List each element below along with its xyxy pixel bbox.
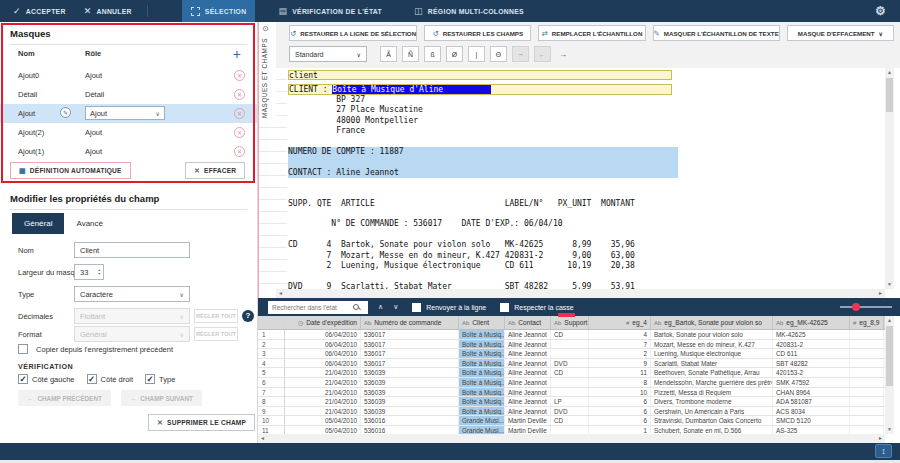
type-select[interactable]: Caractère ∨ xyxy=(74,286,190,302)
cancel-button[interactable]: ✕ ANNULER xyxy=(75,0,141,22)
state-verification-button[interactable]: ▤ VÉRIFICATION DE L'ÉTAT xyxy=(269,0,391,22)
delete-mask-icon[interactable]: ✕ xyxy=(234,89,245,100)
table-row[interactable]: 921/04/2010536039Boîte à Musiq...Aline J… xyxy=(258,407,885,417)
edit-pencil-icon[interactable]: ✎ xyxy=(60,107,71,118)
wrap-line-checkbox[interactable] xyxy=(412,303,421,312)
column-header[interactable]: AbNuméro de commande xyxy=(361,316,459,329)
column-header[interactable]: #eg_4 xyxy=(589,316,651,329)
right-side-checkbox[interactable]: ✓ xyxy=(87,374,97,384)
auto-define-button[interactable]: ▦ DÉFINITION AUTOMATIQUE xyxy=(10,162,131,179)
table-row[interactable]: 621/04/2010536039Boîte à Musiq...Aline J… xyxy=(258,378,885,388)
scroll-up-icon[interactable]: ▲ xyxy=(885,316,894,325)
mask-char-button[interactable]: ß xyxy=(424,46,441,62)
settings-gear-icon[interactable]: ⚙ xyxy=(875,4,886,18)
search-previous-icon[interactable]: ∧ xyxy=(378,303,383,311)
document-vertical-scrollbar[interactable]: ▲ ▼ xyxy=(885,68,894,289)
restore-fields-button[interactable]: ↺RESTAURER LES CHAMPS xyxy=(424,25,531,41)
zoom-slider-handle[interactable] xyxy=(852,303,860,311)
mask-char-button[interactable]: Ã xyxy=(380,46,397,62)
tab-avance[interactable]: Avancé xyxy=(64,213,115,234)
mask-role: Ajout xyxy=(85,71,102,80)
mask-row[interactable]: Ajout(1)Ajout✕ xyxy=(0,142,257,161)
type-checkbox[interactable]: ✓ xyxy=(145,374,155,384)
erase-mask-dropdown[interactable]: MASQUE D'EFFACEMENT∨ xyxy=(787,25,894,41)
delete-mask-icon[interactable]: ✕ xyxy=(234,108,245,119)
table-row[interactable]: 1005/04/2010536016Grande Musi...Martin D… xyxy=(258,416,885,426)
selected-field-text[interactable]: Boîte à Musique d'Aline xyxy=(332,85,491,94)
delete-mask-icon[interactable]: ✕ xyxy=(234,146,245,157)
zoom-slider[interactable] xyxy=(840,306,892,308)
multi-column-region-button[interactable]: ◫ RÉGION MULTI-COLONNES xyxy=(405,0,533,22)
column-header[interactable]: AbContact xyxy=(505,316,551,329)
wrap-line-label: Renvoyer à la ligne xyxy=(426,304,486,311)
side-tab-label[interactable]: MASQUES ET CHAMPS xyxy=(261,38,268,118)
help-icon[interactable]: ? xyxy=(242,310,254,322)
scroll-up-icon[interactable]: ▲ xyxy=(885,68,894,77)
mask-width-stepper[interactable]: 33 ▲▼ xyxy=(74,264,104,280)
table-row[interactable]: 106/04/2010536017Boîte à Musiq...Aline J… xyxy=(258,330,885,340)
spinner-arrows-icon[interactable]: ▲▼ xyxy=(98,268,103,276)
mask-row[interactable]: Ajout(2)Ajout✕ xyxy=(0,123,257,142)
scroll-left-icon[interactable]: ◄ xyxy=(258,434,267,443)
mask-char-button[interactable]: Ø xyxy=(446,46,463,62)
mask-role-select[interactable]: Ajout∨ xyxy=(85,106,165,120)
restore-selection-line-button[interactable]: ↺RESTAURER LA LIGNE DE SÉLECTION xyxy=(289,25,417,41)
table-row[interactable]: 206/04/2010536017Boîte à Musiq...Aline J… xyxy=(258,340,885,350)
scrollbar-thumb[interactable] xyxy=(886,78,893,112)
report-document-view[interactable]: clientCLIENT : Boîte à Musique d'Aline B… xyxy=(288,68,885,290)
scroll-left-icon[interactable]: ◄ xyxy=(276,289,285,298)
table-cell: Grande Musi... xyxy=(459,416,505,425)
column-header[interactable]: #eg_8,9 xyxy=(850,316,884,329)
clear-button[interactable]: ✕ EFFACER xyxy=(185,162,245,179)
replace-sample-button[interactable]: ⇄REMPLACER L'ÉCHANTILLON xyxy=(538,25,645,41)
document-horizontal-scrollbar[interactable]: ◄ ► xyxy=(276,289,885,298)
mask-char-button[interactable]: Θ xyxy=(490,46,507,62)
field-properties-title: Modifier les propriétés du champ xyxy=(10,193,159,204)
mask-arrow-right-button[interactable]: → xyxy=(556,46,570,62)
restore-icon: ↺ xyxy=(290,29,296,38)
table-row[interactable]: 406/04/2010536017Boîte à Musiq...Aline J… xyxy=(258,359,885,369)
column-header[interactable]: Abeg_Bartok, Sonate pour violon so xyxy=(651,316,773,329)
search-input[interactable] xyxy=(268,302,352,313)
scrollbar-thumb[interactable] xyxy=(886,326,893,386)
nom-field[interactable] xyxy=(74,242,190,258)
column-header[interactable]: Abeg_MK-42625 xyxy=(773,316,850,329)
add-mask-button[interactable]: + xyxy=(233,46,241,62)
table-vertical-scrollbar[interactable]: ▲ ▼ xyxy=(885,316,894,434)
hide-text-sample-button[interactable]: ✎MASQUER L'ÉCHANTILLON DE TEXTE xyxy=(653,25,780,41)
table-horizontal-scrollbar[interactable]: ◄ ► xyxy=(258,434,885,443)
mask-style-select[interactable]: Standard ∨ xyxy=(289,46,367,62)
check-icon: ✓ xyxy=(13,6,21,16)
mask-char-button[interactable]: | xyxy=(468,46,485,62)
mask-row[interactable]: Ajout0Ajout✕ xyxy=(0,66,257,85)
mask-name: Détail xyxy=(18,90,37,99)
scroll-right-icon[interactable]: ► xyxy=(876,434,885,443)
column-header[interactable]: AbSupport xyxy=(551,316,589,329)
search-next-icon[interactable]: ∨ xyxy=(393,303,398,311)
delete-mask-icon[interactable]: ✕ xyxy=(234,127,245,138)
left-side-checkbox[interactable]: ✓ xyxy=(18,374,28,384)
delete-mask-icon[interactable]: ✕ xyxy=(234,70,245,81)
column-header[interactable]: AbClient xyxy=(459,316,505,329)
tab-general[interactable]: Général xyxy=(12,213,64,234)
selection-tool-button[interactable]: SÉLECTION xyxy=(182,0,256,22)
match-case-checkbox[interactable] xyxy=(500,303,509,312)
table-row[interactable]: 821/04/2010536039Boîte à Musiq...Aline J… xyxy=(258,397,885,407)
scroll-right-icon[interactable]: ► xyxy=(876,289,885,298)
fit-height-icon[interactable]: ↕ xyxy=(875,444,892,458)
accept-button[interactable]: ✓ ACCEPTER xyxy=(4,0,75,22)
copy-previous-checkbox[interactable] xyxy=(18,344,28,354)
table-row[interactable]: 306/04/2010536017Boîte à Musiq...Aline J… xyxy=(258,349,885,359)
table-row[interactable]: 521/04/2010536039Boîte à Musiq...Aline J… xyxy=(258,368,885,378)
pin-icon[interactable]: ⊙ xyxy=(262,24,269,33)
mask-nav-button: ¬ xyxy=(512,46,529,62)
column-header[interactable]: ◷Date d'expédition xyxy=(285,316,361,329)
delete-field-button[interactable]: ✕ SUPPRIMER LE CHAMP xyxy=(148,414,255,431)
verification-section-label: VÉRIFICATION xyxy=(18,362,73,371)
mask-row[interactable]: DétailDétail✕ xyxy=(0,85,257,104)
mask-char-button[interactable]: Ñ xyxy=(402,46,419,62)
mask-row[interactable]: Ajout✎Ajout∨✕ xyxy=(0,104,257,123)
scroll-down-icon[interactable]: ▼ xyxy=(885,280,894,289)
table-row[interactable]: 721/04/2010536039Boîte à Musiq...Aline J… xyxy=(258,388,885,398)
scroll-down-icon[interactable]: ▼ xyxy=(885,425,894,434)
